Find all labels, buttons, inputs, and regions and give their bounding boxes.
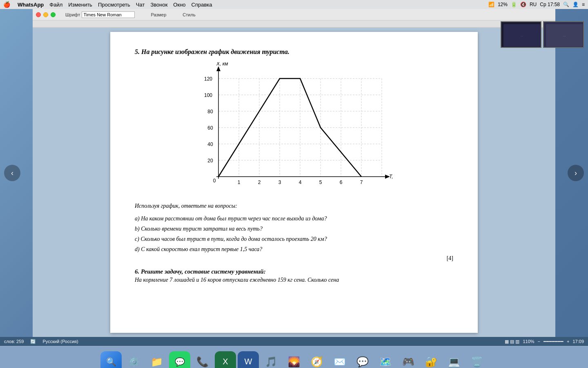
thumbnail-1[interactable]: ... bbox=[501, 21, 541, 48]
nav-left-arrow[interactable]: ‹ bbox=[4, 165, 20, 181]
dock-safari[interactable]: 🧭 bbox=[306, 351, 327, 368]
close-button[interactable] bbox=[36, 12, 41, 17]
svg-text:5: 5 bbox=[319, 180, 322, 185]
svg-text:...: ... bbox=[563, 34, 566, 37]
thumbnail-previews: ... ... bbox=[501, 21, 584, 48]
traffic-lights[interactable] bbox=[36, 12, 56, 17]
svg-text:T, ч: T, ч bbox=[389, 174, 394, 180]
font-dropdown[interactable]: Times New Roman bbox=[82, 11, 135, 18]
question-b: b) Сколько времени турист затратил на ве… bbox=[135, 224, 453, 233]
menu-view[interactable]: Просмотреть bbox=[98, 2, 130, 8]
svg-text:1: 1 bbox=[238, 180, 241, 185]
lang-indicator: RU bbox=[530, 2, 537, 7]
menu-edit[interactable]: Изменить bbox=[68, 2, 92, 8]
font-selector[interactable]: Шрифт Times New Roman bbox=[65, 11, 135, 18]
dock-mail[interactable]: ✉️ bbox=[329, 351, 350, 368]
apple-menu[interactable]: 🍎 bbox=[3, 1, 10, 8]
svg-text:3: 3 bbox=[278, 180, 281, 185]
question-a: а) На каком расстоянии от дома был турис… bbox=[135, 214, 453, 223]
style-dropdown-container[interactable]: Стиль bbox=[183, 12, 195, 18]
document-page: 5. На рисунке изображен график движения … bbox=[110, 32, 478, 333]
dock-trash[interactable]: 🗑️ bbox=[466, 351, 488, 368]
svg-text:7: 7 bbox=[360, 180, 363, 185]
question-c: с) Сколько часов был турист в пути, когд… bbox=[135, 235, 453, 243]
graph-container: 20 40 60 80 100 120 1 2 3 4 5 6 7 bbox=[135, 62, 453, 193]
menu-file[interactable]: Файл bbox=[49, 2, 62, 8]
user-icon[interactable]: 👤 bbox=[572, 2, 579, 7]
menubar: 🍎 WhatsApp Файл Изменить Просмотреть Чат… bbox=[0, 0, 588, 9]
menu-chat[interactable]: Чат bbox=[136, 2, 145, 8]
svg-text:0: 0 bbox=[213, 178, 216, 184]
svg-text:120: 120 bbox=[204, 76, 212, 82]
toolbar-middle: Шрифт Times New Roman Размер Стиль bbox=[65, 11, 196, 18]
svg-text:X, км: X, км bbox=[216, 62, 228, 67]
svg-text:80: 80 bbox=[207, 109, 213, 114]
dock-app1[interactable]: 📁 bbox=[146, 351, 167, 368]
svg-text:100: 100 bbox=[204, 92, 212, 98]
desktop: ‹ › ... ... bbox=[0, 9, 588, 337]
language-label: Русский (Россия) bbox=[42, 339, 78, 344]
document-window: Шрифт Times New Roman Размер Стиль bbox=[33, 9, 555, 337]
statusbar-right: ▦ ▤ ▥ 110% − ━━━━━━━ + 17:09 bbox=[505, 339, 584, 344]
page-container[interactable]: 5. На рисунке изображен график движения … bbox=[33, 28, 555, 337]
dock-music[interactable]: 🎵 bbox=[261, 351, 282, 368]
dock: 🔍 ⚙️ 📁 💬 📞 X W 🎵 🌄 🧭 ✉️ 💬 🗺️ 🎮 🔐 💻 bbox=[0, 346, 588, 368]
menu-help[interactable]: Справка bbox=[192, 2, 212, 8]
svg-text:60: 60 bbox=[207, 125, 213, 131]
question6-text: На кормление 7 лошадей и 16 коров отпуск… bbox=[135, 277, 453, 283]
zoom-level: 110% bbox=[523, 339, 534, 344]
minimize-button[interactable] bbox=[43, 12, 48, 17]
volume-icon: 🔇 bbox=[520, 2, 526, 7]
questions-intro: Используя график, ответьте на вопросы: bbox=[135, 203, 453, 209]
movement-graph: 20 40 60 80 100 120 1 2 3 4 5 6 7 bbox=[194, 62, 394, 193]
dock-whatsapp[interactable]: 💬 bbox=[169, 351, 190, 368]
points-mark: [4] bbox=[135, 255, 453, 262]
svg-text:4: 4 bbox=[299, 180, 302, 185]
dock-system-prefs[interactable]: ⚙️ bbox=[123, 351, 145, 368]
battery-icon: 🔋 bbox=[511, 2, 517, 7]
style-selector[interactable]: Размер bbox=[151, 12, 167, 18]
svg-text:6: 6 bbox=[340, 180, 343, 185]
svg-rect-6 bbox=[33, 20, 555, 28]
question5-title: 5. На рисунке изображен график движения … bbox=[135, 48, 453, 56]
language-indicator: 🔄 bbox=[30, 339, 36, 344]
status-bar: слов: 259 🔄 Русский (Россия) ▦ ▤ ▥ 110% … bbox=[0, 337, 588, 346]
battery-level: 12% bbox=[498, 2, 508, 7]
dock-messages[interactable]: 💬 bbox=[352, 351, 373, 368]
dock-finder[interactable]: 🔍 bbox=[100, 351, 122, 368]
dock-app2[interactable]: 🎮 bbox=[398, 351, 419, 368]
menu-call[interactable]: Звонок bbox=[150, 2, 167, 8]
word-count: слов: 259 bbox=[4, 339, 24, 344]
word-toolbar: Шрифт Times New Roman Размер Стиль bbox=[33, 9, 555, 20]
maximize-button[interactable] bbox=[51, 12, 56, 17]
search-icon[interactable]: 🔍 bbox=[563, 2, 569, 7]
svg-text:...: ... bbox=[521, 34, 523, 37]
zoom-minus[interactable]: − bbox=[538, 339, 540, 344]
dock-photos[interactable]: 🌄 bbox=[283, 351, 305, 368]
thumbnail-2[interactable]: ... bbox=[543, 21, 584, 48]
svg-marker-23 bbox=[216, 66, 220, 71]
zoom-bar[interactable]: ━━━━━━━ bbox=[543, 339, 564, 344]
clock: Ср 17:58 bbox=[540, 2, 560, 7]
wifi-icon: 📶 bbox=[488, 2, 494, 7]
question-d: d) С какой скоростью ехал турист первые … bbox=[135, 245, 453, 254]
zoom-plus[interactable]: + bbox=[567, 339, 569, 344]
dock-app3[interactable]: 🔐 bbox=[421, 351, 442, 368]
dock-excel[interactable]: X bbox=[215, 351, 236, 368]
time-display: 17:09 bbox=[572, 339, 584, 344]
dock-word[interactable]: W bbox=[238, 351, 259, 368]
question6-title: 6. Решите задачу, составие систему уравн… bbox=[135, 268, 453, 275]
menu-window[interactable]: Окно bbox=[173, 2, 185, 8]
menubar-right: 📶 12% 🔋 🔇 RU Ср 17:58 🔍 👤 ≡ bbox=[488, 2, 585, 7]
nav-right-arrow[interactable]: › bbox=[568, 165, 584, 181]
dock-phone[interactable]: 📞 bbox=[192, 351, 213, 368]
view-mode-icons[interactable]: ▦ ▤ ▥ bbox=[505, 339, 519, 344]
control-center-icon[interactable]: ≡ bbox=[582, 2, 585, 7]
dock-maps[interactable]: 🗺️ bbox=[375, 351, 396, 368]
ruler bbox=[33, 20, 555, 28]
svg-text:40: 40 bbox=[207, 141, 213, 147]
svg-text:20: 20 bbox=[207, 158, 213, 164]
app-name[interactable]: WhatsApp bbox=[18, 2, 44, 8]
svg-text:2: 2 bbox=[258, 180, 261, 185]
dock-terminal[interactable]: 💻 bbox=[443, 351, 465, 368]
